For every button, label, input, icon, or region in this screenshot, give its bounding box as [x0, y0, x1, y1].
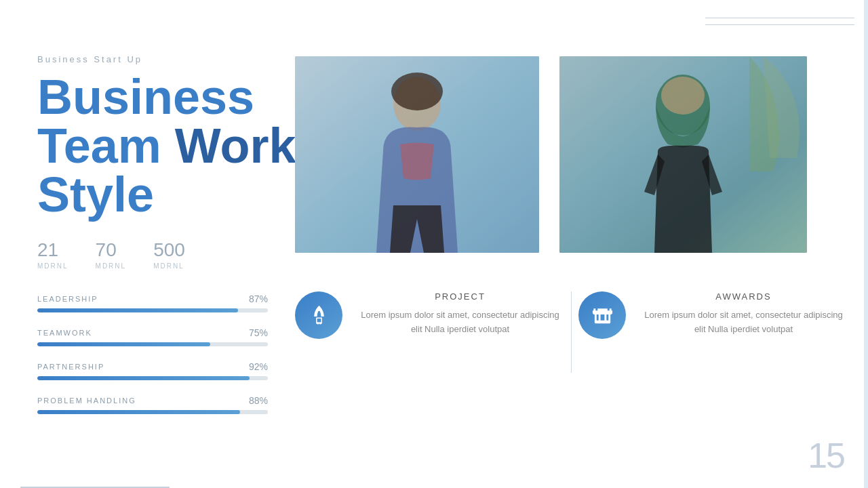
stat-2-number: 70: [96, 239, 127, 261]
svg-point-8: [317, 308, 320, 310]
right-bar: [864, 0, 868, 488]
photo-right-svg: [559, 56, 807, 253]
progress-header: TEAMWORK 75%: [37, 327, 268, 338]
stat-2: 70 MDRNL: [96, 239, 127, 270]
page-number: 15: [808, 435, 844, 476]
store-icon: [591, 304, 614, 327]
stat-1-label: MDRNL: [37, 262, 68, 270]
stat-1-number: 21: [37, 239, 68, 261]
stat-3-label: MDRNL: [153, 262, 185, 270]
svg-point-7: [661, 77, 705, 115]
main-title: Business Team Work Style: [37, 73, 309, 219]
progress-pct: 87%: [249, 293, 268, 304]
progress-item-teamwork: TEAMWORK 75%: [37, 327, 268, 346]
progress-item-leadership: LEADERSHIP 87%: [37, 293, 268, 312]
progress-item-partnership: PARTNERSHIP 92%: [37, 361, 268, 380]
left-panel: Business Start Up Business Team Work Sty…: [37, 54, 309, 429]
feature-awwards: AWWARDS Lorem ipsum dolor sit amet, cons…: [578, 291, 848, 339]
stat-1: 21 MDRNL: [37, 239, 68, 270]
progress-pct: 88%: [249, 395, 268, 406]
progress-item-problem-handling: PROBLEM HANDLING 88%: [37, 395, 268, 414]
progress-track: [37, 342, 268, 346]
progress-fill: [37, 308, 238, 312]
awwards-icon-circle: [578, 291, 626, 339]
progress-track: [37, 308, 268, 312]
progress-header: PARTNERSHIP 92%: [37, 361, 268, 372]
photo-left-svg: [295, 56, 539, 253]
progress-label: LEADERSHIP: [37, 295, 98, 303]
photo-right: [559, 56, 807, 253]
feature-project-text: PROJECT Lorem ipsum dolor sit amet, cons…: [356, 291, 564, 337]
progress-track: [37, 376, 268, 380]
progress-label: TEAMWORK: [37, 329, 92, 337]
progress-header: PROBLEM HANDLING 88%: [37, 395, 268, 406]
progress-header: LEADERSHIP 87%: [37, 293, 268, 304]
progress-pct: 92%: [249, 361, 268, 372]
svg-point-3: [391, 73, 443, 110]
progress-fill: [37, 376, 250, 380]
subtitle: Business Start Up: [37, 54, 309, 64]
progress-label: PARTNERSHIP: [37, 363, 104, 371]
rocket-icon: [307, 304, 331, 327]
feature-project-title: PROJECT: [356, 291, 564, 302]
feature-awwards-text: AWWARDS Lorem ipsum dolor sit amet, cons…: [639, 291, 848, 337]
photo-left: [295, 56, 539, 253]
title-line2: Team Work: [37, 121, 309, 170]
title-line3: Style: [37, 170, 309, 219]
feature-awwards-title: AWWARDS: [639, 291, 848, 302]
stat-3-number: 500: [153, 239, 185, 261]
feature-divider: [571, 291, 572, 373]
feature-project: PROJECT Lorem ipsum dolor sit amet, cons…: [295, 291, 564, 339]
progress-pct: 75%: [249, 327, 268, 338]
stat-2-label: MDRNL: [96, 262, 127, 270]
progress-fill: [37, 410, 240, 414]
stat-3: 500 MDRNL: [153, 239, 185, 270]
bottom-section: PROJECT Lorem ipsum dolor sit amet, cons…: [295, 291, 848, 373]
project-icon-circle: [295, 291, 342, 339]
progress-fill: [37, 342, 210, 346]
progress-section: LEADERSHIP 87% TEAMWORK 75% PARTNERSHIP …: [37, 293, 268, 414]
progress-label: PROBLEM HANDLING: [37, 396, 136, 405]
top-decoration: [705, 12, 854, 39]
stats-row: 21 MDRNL 70 MDRNL 500 MDRNL: [37, 239, 309, 270]
progress-track: [37, 410, 268, 414]
feature-project-desc: Lorem ipsum dolor sit amet, consectetur …: [356, 308, 564, 337]
title-line1: Business: [37, 73, 309, 121]
feature-awwards-desc: Lorem ipsum dolor sit amet, consectetur …: [639, 308, 848, 337]
